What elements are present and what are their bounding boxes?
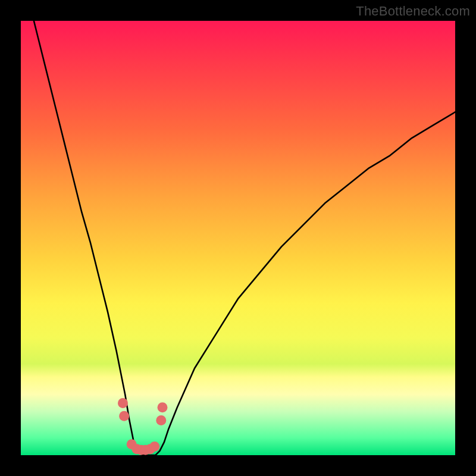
watermark-text: TheBottleneck.com <box>356 4 470 19</box>
plot-area <box>21 21 455 455</box>
data-point <box>158 402 168 412</box>
curve-line <box>21 21 455 455</box>
data-point <box>119 411 129 421</box>
data-point <box>118 398 128 408</box>
data-point <box>156 415 166 425</box>
data-point <box>149 441 159 452</box>
chart-svg <box>21 21 455 455</box>
curve-dots <box>118 398 168 455</box>
chart-frame: TheBottleneck.com <box>0 0 476 476</box>
